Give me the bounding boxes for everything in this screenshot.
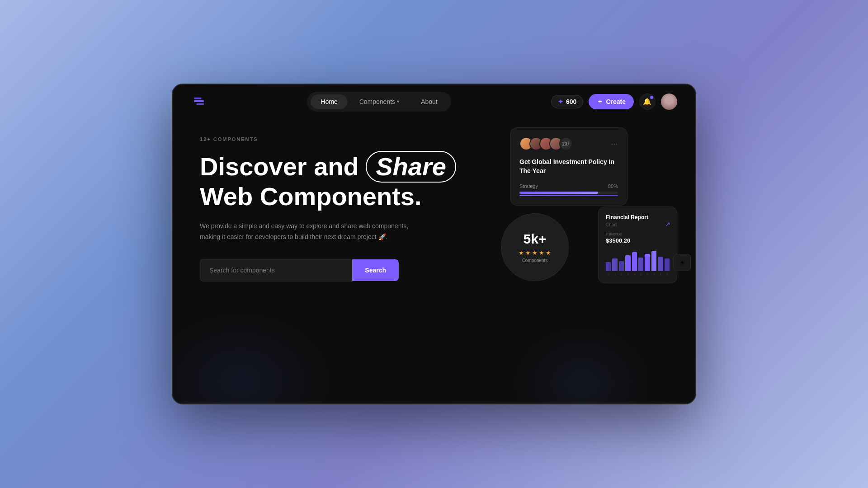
stats-number: 5k+	[524, 231, 547, 247]
progress-bar-fill	[519, 192, 598, 194]
search-button[interactable]: Search	[352, 259, 399, 281]
financial-title: Financial Report	[606, 214, 670, 221]
avatar[interactable]	[661, 94, 677, 110]
more-badge: 20+	[559, 137, 573, 150]
hero-section: 12+ COMPONENTS Discover and Share Web Co…	[173, 118, 695, 404]
hero-subtitle: We provide a simple and easy way to expl…	[200, 221, 417, 243]
plus-icon: ＋	[597, 98, 603, 106]
avatars-row: 20+	[519, 137, 573, 150]
bar-label-3: 3	[625, 273, 630, 276]
progress-line	[519, 195, 618, 196]
bar-label-9: 9	[665, 273, 670, 276]
components-tag: 12+ COMPONENTS	[200, 136, 496, 142]
bar-chart	[606, 249, 670, 271]
bar-5	[638, 258, 643, 271]
nav-home[interactable]: Home	[311, 94, 347, 109]
theme-toggle-button[interactable]: ☀	[674, 254, 691, 271]
bar-labels: 0123456789	[606, 273, 670, 276]
bar-label-5: 5	[638, 273, 643, 276]
bar-0	[606, 262, 611, 271]
bar-label-7: 7	[651, 273, 656, 276]
progress-header: Strategy 80%	[519, 183, 618, 189]
chevron-down-icon: ▾	[397, 99, 399, 104]
create-button[interactable]: ＋ Create	[589, 94, 634, 109]
notification-button[interactable]: 🔔	[639, 94, 656, 110]
navbar: Home Components ▾ About ✦ 600 ＋ Create 🔔	[173, 84, 695, 118]
investment-card: 20+ ⋯ Get Global Investment Policy In Th…	[510, 127, 627, 206]
nav-center: Home Components ▾ About	[307, 92, 451, 112]
stats-label: Components	[522, 258, 548, 263]
star-2: ★	[525, 249, 531, 256]
financial-card: Financial Report Chart ↗ Revenue $3500.2…	[598, 206, 677, 283]
bar-label-1: 1	[612, 273, 617, 276]
progress-section: Strategy 80%	[519, 183, 618, 196]
hero-right: 20+ ⋯ Get Global Investment Policy In Th…	[496, 127, 668, 404]
bar-label-4: 4	[632, 273, 637, 276]
stats-circle: 5k+ ★ ★ ★ ★ ★ Components	[501, 213, 569, 281]
nav-components[interactable]: Components ▾	[349, 94, 409, 109]
credits-icon: ✦	[558, 98, 563, 105]
stars-row: ★ ★ ★ ★ ★	[519, 249, 551, 256]
hero-title: Discover and Share Web Components.	[200, 151, 496, 210]
credits-badge: ✦ 600	[551, 95, 583, 108]
star-4: ★	[539, 249, 544, 256]
bar-1	[612, 258, 617, 271]
avatar-image	[661, 94, 677, 110]
star-5: ★	[546, 249, 551, 256]
card-title: Get Global Investment Policy In The Year	[519, 158, 618, 175]
star-3: ★	[532, 249, 538, 256]
bar-label-8: 8	[658, 273, 663, 276]
card-header: 20+ ⋯	[519, 137, 618, 150]
search-bar: Search	[200, 259, 399, 282]
revenue-label: Revenue	[606, 232, 670, 236]
trend-icon: ↗	[665, 221, 670, 228]
progress-bar-bg	[519, 192, 618, 194]
logo[interactable]	[191, 93, 207, 111]
nav-about[interactable]: About	[411, 94, 448, 109]
bar-4	[632, 252, 637, 271]
bar-7	[651, 251, 656, 271]
revenue-amount: $3500.20	[606, 237, 670, 244]
share-badge: Share	[366, 151, 456, 183]
browser-frame: Home Components ▾ About ✦ 600 ＋ Create 🔔	[172, 84, 696, 404]
nav-right: ✦ 600 ＋ Create 🔔	[551, 94, 677, 110]
notification-dot	[650, 96, 653, 99]
financial-subtitle: Chart	[606, 222, 670, 227]
card-menu-icon[interactable]: ⋯	[611, 140, 618, 148]
search-input[interactable]	[200, 259, 352, 282]
bar-9	[665, 258, 670, 271]
bar-8	[658, 257, 663, 271]
bar-label-2: 2	[619, 273, 624, 276]
star-1: ★	[519, 249, 524, 256]
bar-label-6: 6	[645, 273, 650, 276]
bar-3	[625, 255, 630, 271]
bar-2	[619, 261, 624, 271]
bar-6	[645, 254, 650, 271]
hero-left: 12+ COMPONENTS Discover and Share Web Co…	[200, 132, 496, 404]
bar-label-0: 0	[606, 273, 611, 276]
